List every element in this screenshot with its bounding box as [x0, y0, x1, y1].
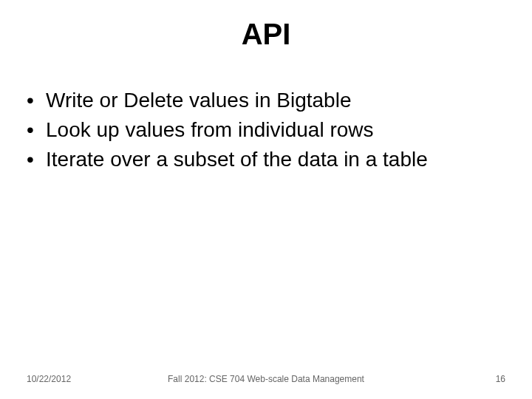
footer-page-number: 16	[496, 374, 505, 384]
slide-title: API	[0, 18, 532, 51]
slide: API Write or Delete values in Bigtable L…	[0, 0, 532, 399]
footer-center: Fall 2012: CSE 704 Web-scale Data Manage…	[0, 374, 532, 384]
slide-body: Write or Delete values in Bigtable Look …	[27, 87, 505, 175]
bullet-item: Look up values from individual rows	[27, 117, 505, 143]
bullet-item: Iterate over a subset of the data in a t…	[27, 146, 505, 173]
bullet-list: Write or Delete values in Bigtable Look …	[27, 87, 505, 172]
bullet-item: Write or Delete values in Bigtable	[27, 87, 505, 114]
